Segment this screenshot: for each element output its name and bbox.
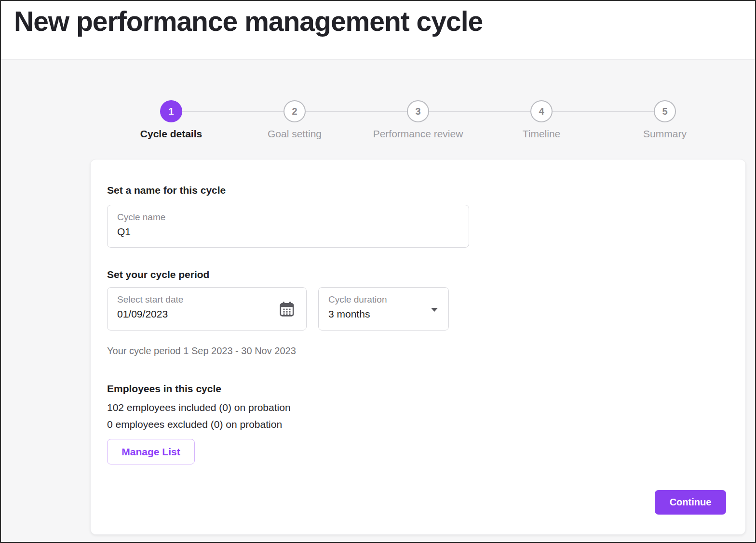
period-section-heading: Set your cycle period — [107, 268, 729, 281]
cycle-name-field[interactable]: Cycle name — [107, 205, 469, 248]
employees-included-text: 102 employees included (0) on probation — [107, 399, 729, 416]
start-date-field[interactable]: Select start date — [107, 287, 307, 331]
stepper-step-timeline[interactable]: 4 Timeline — [480, 100, 603, 140]
continue-button[interactable]: Continue — [655, 490, 726, 515]
page-header: New performance management cycle — [1, 1, 755, 60]
stepper-step-summary[interactable]: 5 Summary — [603, 100, 727, 140]
step-number-badge: 3 — [407, 100, 429, 122]
step-label: Goal setting — [268, 128, 322, 140]
calendar-icon[interactable] — [278, 300, 296, 318]
cycle-duration-label: Cycle duration — [328, 294, 439, 305]
cycle-duration-dropdown[interactable]: Cycle duration 3 months — [318, 287, 449, 331]
cycle-name-input[interactable] — [117, 226, 391, 238]
start-date-input[interactable] — [117, 308, 261, 320]
employees-section-heading: Employees in this cycle — [107, 382, 729, 396]
app-window: New performance management cycle 1 Cycle… — [0, 0, 756, 543]
step-label: Performance review — [373, 128, 463, 140]
stepper-step-performance-review[interactable]: 3 Performance review — [356, 100, 480, 140]
period-fields-row: Select start date Cycle duration 3 mon — [107, 287, 729, 331]
start-date-label: Select start date — [117, 294, 297, 305]
step-number-badge: 1 — [160, 100, 182, 122]
cycle-name-label: Cycle name — [117, 212, 459, 223]
step-number-badge: 5 — [654, 100, 676, 122]
step-label: Summary — [643, 128, 687, 140]
manage-list-button[interactable]: Manage List — [107, 439, 195, 464]
employees-excluded-text: 0 employees excluded (0) on probation — [107, 416, 729, 433]
chevron-down-icon[interactable] — [431, 308, 438, 312]
step-number-badge: 2 — [284, 100, 306, 122]
step-number-badge: 4 — [530, 100, 553, 122]
page-title: New performance management cycle — [14, 4, 483, 39]
stepper-step-cycle-details[interactable]: 1 Cycle details — [109, 100, 233, 140]
stepper-step-goal-setting[interactable]: 2 Goal setting — [233, 100, 356, 140]
step-label: Timeline — [523, 128, 561, 140]
name-section-heading: Set a name for this cycle — [107, 184, 729, 197]
cycle-details-card: Set a name for this cycle Cycle name Set… — [90, 159, 746, 535]
stepper: 1 Cycle details 2 Goal setting 3 Perform… — [90, 100, 746, 140]
step-label: Cycle details — [140, 128, 202, 140]
period-summary-text: Your cycle period 1 Sep 2023 - 30 Nov 20… — [107, 344, 729, 357]
cycle-duration-value: 3 months — [328, 308, 439, 320]
